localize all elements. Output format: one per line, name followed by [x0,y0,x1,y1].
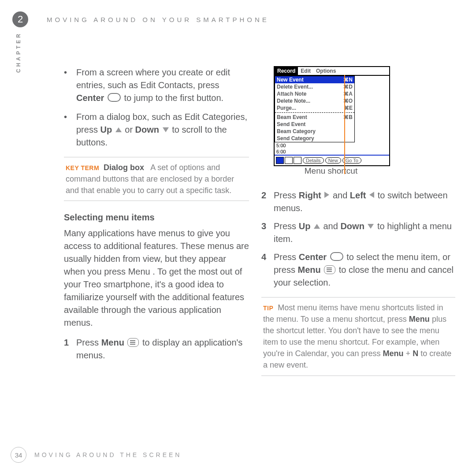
up-arrow-icon [314,224,320,229]
bullet-item: • From a dialog box, such as Edit Catego… [64,111,249,149]
menu-shortcut: D [349,84,353,90]
up-arrow-icon [115,127,122,132]
step-bold: Right [299,190,321,200]
right-arrow-icon [324,192,329,198]
step-text: and [333,190,350,200]
left-arrow-icon [369,192,374,198]
left-column: • From a screen where you create or edit… [64,66,249,387]
menu-shortcut: B [349,114,353,120]
page-number: 34 [11,447,26,463]
menu-item-label: Send Event [277,121,305,127]
view-icon [276,157,284,164]
step-text: Press [76,338,101,347]
step-bold: Left [350,190,366,200]
menu-item-label: Delete Event... [277,84,313,90]
bullet-dot-icon: • [64,66,76,104]
subheading: Selecting menu items [64,212,249,223]
menu-item: Beam Category [275,128,354,135]
menu-item: Beam Event ⌘B [275,114,354,121]
step-number: 2 [261,189,274,215]
menu-item: Send Event [275,121,354,128]
down-arrow-icon [163,127,169,132]
tip-bold: N [413,349,418,358]
running-header: MOVING AROUND ON YOUR SMARTPHONE [47,16,269,23]
bullet-dot-icon: • [64,111,76,149]
menu-item-label: Send Category [277,135,314,141]
step-bold: Menu [101,338,124,347]
step-text: Press [274,221,299,231]
hour-line: 6:00 [275,149,389,155]
chapter-label-vertical: CHAPTER [15,32,22,73]
menubar-tab: Record [275,67,298,75]
step-text: Press [274,252,299,262]
step-item: 3 Press Up and Down to highlight a menu … [261,220,455,245]
body-paragraph: Many applications have menus to give you… [64,227,249,329]
screenshot-menubar: Record Edit Options [275,67,389,76]
menu-item: Attach Note ⌘A [275,90,354,97]
bullet-bold: Center [76,93,104,103]
menu-shortcut: A [349,91,353,97]
menu-dropdown: New Event ⌘N Delete Event... ⌘D Attach N… [275,76,355,142]
menu-item: Purge... ⌘E [275,104,354,112]
hour-line: 5:00 [275,142,389,149]
menu-item: New Event ⌘N [275,76,354,83]
tip-bold: Menu [409,315,430,324]
center-button-icon [108,93,121,102]
key-term-label: KEY TERM [66,164,99,171]
new-button: New [325,157,341,164]
menu-divider [275,112,354,113]
view-icon [294,157,301,164]
tip-bold: Menu [383,349,404,358]
menu-item: Delete Event... ⌘D [275,83,354,90]
bullet-text: to jump to the first button. [124,93,223,103]
paragraph-text: Many applications have menus to give you… [64,228,249,327]
step-number: 4 [261,251,274,289]
step-bold: Menu [298,265,320,275]
bullet-text: or [125,125,135,134]
bullet-bold: Down [135,125,159,134]
screenshot-toolbar: Details New Go To [275,155,389,165]
details-button: Details [303,157,324,164]
bullet-item: • From a screen where you create or edit… [64,66,249,104]
palm-screenshot: Record Edit Options New Event ⌘N Delete … [274,66,390,166]
footer-section-title: MOVING AROUND THE SCREEN [34,451,182,458]
step-item: 2 Press Right and Left to switch between… [261,189,455,215]
step-item: 1 Press Menu to display an application's… [64,336,249,362]
right-column: Record Edit Options New Event ⌘N Delete … [261,66,455,387]
menu-item: Send Category [275,135,354,142]
bullet-text: From a screen where you create or edit e… [76,67,230,90]
step-text: and [323,221,340,231]
menu-item-label: Beam Category [277,128,316,134]
step-bold: Up [299,221,311,231]
step-text: Press [274,190,299,200]
menu-item-label: New Event [277,77,304,83]
menu-item-label: Delete Note... [277,98,310,104]
callout-line-icon [344,75,345,174]
key-term-box: KEY TERM Dialog box A set of options and… [64,157,249,201]
goto-button: Go To [342,157,361,164]
menu-item: Delete Note... ⌘O [275,97,354,104]
menubar-tab: Options [313,67,338,75]
menu-shortcut: E [349,105,353,111]
step-number: 3 [261,220,274,245]
menubar-tab: Edit [298,67,313,75]
center-button-icon [330,252,343,261]
menu-item-label: Purge... [277,105,296,111]
menu-button-icon [324,265,335,274]
step-bold: Down [340,221,364,231]
menu-item-label: Beam Event [277,114,307,120]
screenshot: Record Edit Options New Event ⌘N Delete … [274,66,455,176]
menu-shortcut: N [349,77,353,83]
chapter-number-badge: 2 [12,11,28,27]
screenshot-caption: Menu shortcut [274,166,388,176]
tip-label: TIP [263,305,273,312]
down-arrow-icon [368,224,374,229]
menu-button-icon [127,338,139,347]
key-term-term: Dialog box [104,163,144,172]
page-footer: 34 MOVING AROUND THE SCREEN [11,447,182,463]
step-bold: Center [299,252,327,262]
menu-shortcut: O [349,98,353,104]
view-icon [285,157,293,164]
bullet-bold: Up [100,125,112,134]
tip-body: + [406,349,413,358]
